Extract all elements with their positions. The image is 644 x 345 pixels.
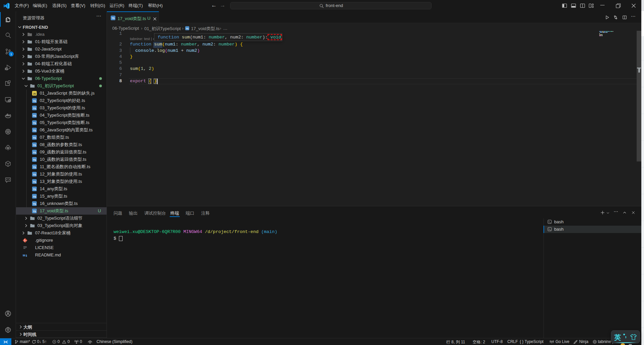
svg-text:TS: TS (33, 122, 36, 125)
svg-text:TS: TS (33, 107, 36, 110)
svg-text:TS: TS (33, 210, 36, 213)
svg-text:TS: TS (186, 27, 189, 30)
svg-text:TS: TS (33, 114, 36, 117)
svg-text:TS: TS (112, 17, 115, 20)
svg-text:TS: TS (33, 129, 36, 132)
svg-text:TS: TS (33, 195, 36, 198)
svg-text:TS: TS (33, 188, 36, 191)
svg-text:TS: TS (33, 100, 36, 103)
svg-text:TS: TS (33, 136, 36, 139)
svg-text:TS: TS (33, 203, 36, 206)
svg-text:TS: TS (33, 158, 36, 161)
svg-text:TS: TS (33, 151, 36, 154)
svg-text:JS: JS (33, 92, 36, 95)
svg-text:TS: TS (33, 144, 36, 147)
svg-text:TS: TS (33, 181, 36, 184)
svg-text:TS: TS (33, 173, 36, 176)
svg-text:TS: TS (33, 166, 36, 169)
svg-text:M: M (23, 253, 25, 257)
